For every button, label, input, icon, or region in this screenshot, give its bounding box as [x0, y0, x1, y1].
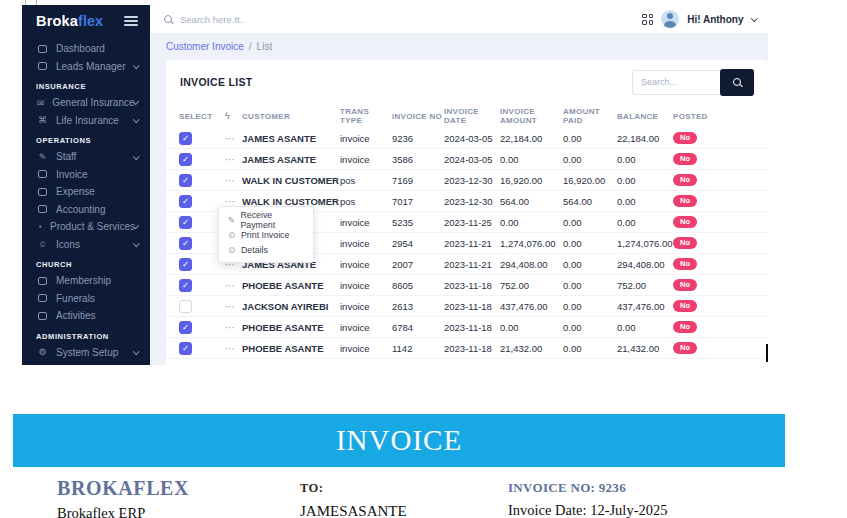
brand-logo[interactable]: Brokaflex — [36, 12, 103, 30]
cell-trans-type: pos — [340, 196, 392, 207]
cell-invoice-no: 7169 — [392, 175, 444, 186]
row-checkbox[interactable]: ✓ — [179, 153, 192, 166]
sidebar-item-label: System Setup — [56, 347, 118, 358]
row-actions-icon[interactable]: ⋯ — [225, 301, 236, 312]
print-icon: ⊙ — [227, 230, 236, 240]
table-search-button[interactable] — [720, 69, 754, 96]
column-header-balance: BALANCE — [617, 112, 673, 121]
row-actions-icon[interactable]: ⋯ — [225, 133, 236, 144]
table-row: ✓⋯JAMES ASANTEinvoice92362024-03-0522,18… — [166, 128, 768, 149]
cell-invoice-amount: 0.00 — [500, 154, 563, 165]
row-actions-icon[interactable]: ⋯ — [225, 343, 236, 354]
screen: Brokaflex DashboardLeads ManagerINSURANC… — [0, 0, 847, 518]
sidebar-item-staff[interactable]: ✎Staff — [22, 148, 150, 166]
cell-amount-paid: 0.00 — [563, 133, 617, 144]
cell-invoice-amount: 437,476.00 — [500, 301, 563, 312]
table-row: ⋯JACKSON AYIREBIinvoice26132023-11-18437… — [166, 296, 768, 317]
breadcrumb-customer-invoice[interactable]: Customer Invoice — [166, 41, 244, 52]
sidebar-item-membership[interactable]: Membership — [22, 272, 150, 290]
sidebar-item-accounting[interactable]: Accounting — [22, 201, 150, 219]
cell-customer: JAMES ASANTE — [242, 154, 340, 165]
posted-badge: No — [673, 300, 697, 313]
row-checkbox[interactable] — [179, 300, 192, 313]
chevron-down-icon[interactable] — [751, 15, 757, 21]
topbar: Hi! Anthony — [150, 5, 768, 33]
cell-trans-type: pos — [340, 175, 392, 186]
row-checkbox[interactable]: ✓ — [179, 342, 192, 355]
cell-invoice-amount: 564.00 — [500, 196, 563, 207]
cell-trans-type: invoice — [340, 154, 392, 165]
cell-trans-type: invoice — [340, 301, 392, 312]
posted-badge: No — [673, 258, 697, 271]
topbar-right: Hi! Anthony — [642, 10, 756, 28]
row-actions-icon[interactable]: ⋯ — [225, 154, 236, 165]
column-header-posted: POSTED — [673, 112, 729, 121]
cell-amount-paid: 0.00 — [563, 343, 617, 354]
chat-icon — [36, 188, 49, 196]
column-header-customer: CUSTOMER — [242, 112, 340, 121]
cell-invoice-no: 7017 — [392, 196, 444, 207]
search-icon — [164, 15, 172, 23]
sidebar-item-icons[interactable]: ☺Icons — [22, 236, 150, 254]
menu-item-label: Details — [241, 245, 268, 255]
cell-invoice-no: 2954 — [392, 238, 444, 249]
invoice-company-block: BROKAFLEX Brokaflex ERP — [57, 477, 189, 518]
cell-invoice-no: 2613 — [392, 301, 444, 312]
row-actions-icon[interactable]: ⋯ — [225, 280, 236, 291]
row-checkbox[interactable]: ✓ — [179, 195, 192, 208]
cell-amount-paid: 0.00 — [563, 154, 617, 165]
apps-grid-icon[interactable] — [642, 14, 653, 25]
row-actions-icon[interactable]: ⋯ — [225, 196, 236, 207]
row-checkbox[interactable]: ✓ — [179, 279, 192, 292]
row-checkbox[interactable]: ✓ — [179, 216, 192, 229]
chevron-down-icon — [133, 62, 139, 68]
avatar[interactable] — [661, 10, 679, 28]
menu-item-details[interactable]: ⊙Details — [219, 242, 313, 257]
invoice-number: INVOICE NO: 9236 — [508, 480, 667, 496]
global-search-input[interactable] — [180, 14, 642, 25]
row-checkbox[interactable]: ✓ — [179, 237, 192, 250]
cell-balance: 0.00 — [617, 154, 673, 165]
envelope-icon: ✉ — [36, 98, 45, 108]
sidebar-item-expense[interactable]: Expense — [22, 183, 150, 201]
row-checkbox[interactable]: ✓ — [179, 174, 192, 187]
row-checkbox[interactable]: ✓ — [179, 258, 192, 271]
cell-amount-paid: 16,920.00 — [563, 175, 617, 186]
sidebar-item-invoice[interactable]: Invoice — [22, 166, 150, 184]
cell-balance: 22,184.00 — [617, 133, 673, 144]
row-checkbox[interactable]: ✓ — [179, 132, 192, 145]
sidebar-item-general-insurance[interactable]: ✉General Insurance — [22, 94, 150, 112]
sidebar: Brokaflex DashboardLeads ManagerINSURANC… — [22, 5, 150, 365]
cell-amount-paid: 0.00 — [563, 322, 617, 333]
table-row: ✓⋯WALK IN CUSTOMERpos71692023-12-3016,92… — [166, 170, 768, 191]
table-header: SELECTϟCUSTOMERTRANS TYPEINVOICE NOINVOI… — [166, 104, 768, 128]
cell-invoice-no: 6784 — [392, 322, 444, 333]
sidebar-item-activities[interactable]: Activities — [22, 307, 150, 325]
table-row: ✓⋯JAMES ASANTEinvoice35862024-03-050.000… — [166, 149, 768, 170]
cell-customer: PHOEBE ASANTE — [242, 322, 340, 333]
menu-item-receive-payment[interactable]: ✎Receive Payment — [219, 212, 313, 227]
user-greeting[interactable]: Hi! Anthony — [687, 14, 743, 25]
row-checkbox[interactable]: ✓ — [179, 321, 192, 334]
sidebar-item-system-setup[interactable]: ⚙System Setup — [22, 344, 150, 362]
sidebar-item-dashboard[interactable]: Dashboard — [22, 40, 150, 58]
row-actions-icon[interactable]: ⋯ — [225, 175, 236, 186]
sidebar-item-leads-manager[interactable]: Leads Manager — [22, 58, 150, 76]
sidebar-item-funerals[interactable]: Funerals — [22, 290, 150, 308]
sidebar-item-product-services[interactable]: ◔Product & Services — [22, 218, 150, 236]
sidebar-item-label: Funerals — [56, 293, 95, 304]
cell-invoice-date: 2023-11-25 — [444, 217, 500, 228]
sidebar-item-label: Icons — [56, 239, 80, 250]
breadcrumb: Customer Invoice / List — [150, 33, 768, 60]
sidebar-item-label: General Insurance — [52, 97, 134, 108]
cell-customer: JACKSON AYIREBI — [242, 301, 340, 312]
cell-amount-paid: 0.00 — [563, 280, 617, 291]
invoice-date: Invoice Date: 12-July-2025 — [508, 502, 667, 518]
cell-balance: 1,274,076.00 — [617, 238, 673, 249]
sidebar-item-life-insurance[interactable]: ⌘Life Insurance — [22, 112, 150, 130]
table-row: ✓⋯PHOEBE ASANTEinvoice11422023-11-1821,4… — [166, 338, 768, 359]
table-search-input[interactable] — [632, 70, 720, 95]
hamburger-menu-icon[interactable] — [124, 14, 138, 28]
row-actions-icon[interactable]: ⋯ — [225, 322, 236, 333]
cell-invoice-date: 2024-03-05 — [444, 133, 500, 144]
